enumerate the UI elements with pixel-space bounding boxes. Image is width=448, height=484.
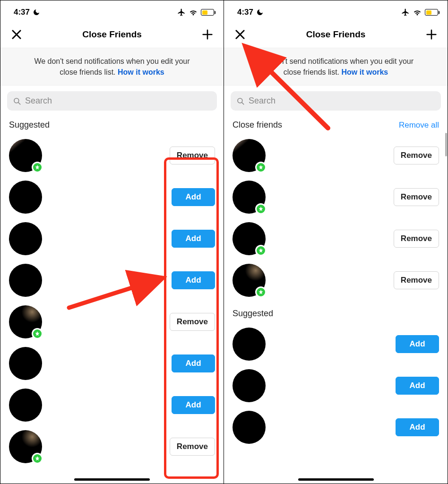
- search-icon: [13, 97, 21, 105]
- list-item: Add: [9, 176, 215, 218]
- how-it-works-link[interactable]: How it works: [118, 68, 164, 76]
- avatar[interactable]: [9, 305, 42, 338]
- status-time: 4:37: [237, 8, 253, 17]
- list-item: Add: [233, 323, 439, 365]
- suggested-list: Remove Add Add Add Remove Add: [0, 135, 224, 467]
- list-item: Remove: [233, 218, 439, 259]
- battery-icon: [425, 9, 438, 16]
- close-friend-star-badge: [32, 162, 43, 173]
- list-item: Add: [9, 384, 215, 426]
- remove-button[interactable]: Remove: [394, 230, 439, 248]
- banner-text-b: close friends list.: [284, 68, 342, 76]
- close-friend-star-badge: [255, 162, 267, 173]
- list-item: Add: [233, 406, 439, 448]
- remove-button[interactable]: Remove: [394, 271, 439, 289]
- list-item: Add: [233, 365, 439, 406]
- status-bar: 4:37: [0, 0, 224, 24]
- add-button[interactable]: Add: [396, 418, 439, 436]
- close-friend-star-badge: [255, 245, 267, 256]
- remove-button[interactable]: Remove: [170, 147, 215, 164]
- banner-text-a: We don't send notifications when you edi…: [34, 57, 190, 65]
- home-indicator: [298, 478, 374, 481]
- pane-right: 4:37 Close Friends: [224, 0, 448, 484]
- remove-button[interactable]: Remove: [170, 438, 215, 456]
- info-banner: We don't send notifications when you edi…: [0, 48, 224, 86]
- avatar[interactable]: [233, 222, 266, 255]
- avatar[interactable]: [9, 181, 42, 214]
- status-time: 4:37: [14, 8, 30, 17]
- avatar[interactable]: [233, 369, 266, 402]
- list-item: Add: [9, 218, 215, 259]
- search-input[interactable]: Search: [231, 91, 441, 111]
- add-button[interactable]: Add: [172, 188, 215, 206]
- page-title: Close Friends: [82, 29, 142, 40]
- add-button[interactable]: Add: [172, 230, 215, 248]
- wifi-icon: [189, 9, 198, 16]
- add-button[interactable]: Add: [396, 335, 439, 353]
- list-item: Remove: [9, 301, 215, 343]
- list-item: Add: [9, 343, 215, 384]
- avatar[interactable]: [9, 222, 42, 255]
- list-item: Remove: [233, 135, 439, 176]
- battery-icon: [201, 9, 214, 16]
- remove-all-button[interactable]: Remove all: [399, 121, 439, 130]
- close-friend-star-badge: [255, 203, 267, 215]
- list-item: Remove: [9, 426, 215, 467]
- how-it-works-link[interactable]: How it works: [342, 68, 388, 76]
- section-close-friends-title: Close friends: [233, 120, 282, 130]
- list-item: Remove: [233, 259, 439, 301]
- add-button[interactable]: Add: [172, 396, 215, 414]
- pane-left: 4:37 Close Friends: [0, 0, 224, 484]
- remove-button[interactable]: Remove: [170, 313, 215, 331]
- search-input[interactable]: Search: [7, 91, 217, 111]
- search-placeholder: Search: [249, 96, 276, 106]
- svg-point-1: [238, 98, 242, 103]
- section-suggested-title: Suggested: [9, 120, 50, 130]
- add-icon[interactable]: [201, 28, 214, 41]
- info-banner: We don't send notifications when you edi…: [224, 48, 448, 86]
- avatar[interactable]: [233, 139, 266, 172]
- list-item: Add: [9, 259, 215, 301]
- page-title: Close Friends: [306, 29, 366, 40]
- avatar[interactable]: [9, 389, 42, 422]
- add-button[interactable]: Add: [172, 271, 215, 289]
- dnd-moon-icon: [33, 9, 40, 16]
- avatar[interactable]: [9, 347, 42, 380]
- add-icon[interactable]: [425, 28, 438, 41]
- avatar[interactable]: [233, 411, 266, 444]
- dnd-moon-icon: [256, 9, 264, 16]
- section-suggested-title: Suggested: [233, 309, 273, 319]
- close-friend-star-badge: [255, 286, 267, 298]
- nav-header: Close Friends: [224, 24, 448, 48]
- home-indicator: [74, 478, 150, 481]
- add-button[interactable]: Add: [396, 377, 439, 395]
- banner-text-b: close friends list.: [60, 68, 118, 76]
- search-icon: [236, 97, 245, 105]
- close-friend-star-badge: [32, 328, 43, 339]
- status-bar: 4:37: [224, 0, 448, 24]
- avatar[interactable]: [233, 181, 266, 214]
- airplane-mode-icon: [177, 8, 186, 17]
- add-button[interactable]: Add: [172, 354, 215, 372]
- avatar[interactable]: [233, 264, 266, 297]
- remove-button[interactable]: Remove: [394, 188, 439, 206]
- wifi-icon: [413, 9, 422, 16]
- close-friend-star-badge: [32, 453, 43, 464]
- avatar[interactable]: [9, 264, 42, 297]
- list-item: Remove: [9, 135, 215, 176]
- airplane-mode-icon: [401, 8, 410, 17]
- avatar[interactable]: [233, 328, 266, 361]
- close-icon[interactable]: [233, 28, 247, 41]
- banner-text-a: We don't send notifications when you edi…: [258, 57, 414, 65]
- remove-button[interactable]: Remove: [394, 147, 439, 164]
- close-icon[interactable]: [10, 28, 23, 41]
- close-friends-list: Remove Remove Remove Remove: [224, 135, 448, 301]
- scrollbar[interactable]: [445, 133, 447, 156]
- search-placeholder: Search: [25, 96, 52, 106]
- nav-header: Close Friends: [0, 24, 224, 48]
- avatar[interactable]: [9, 430, 42, 463]
- list-item: Remove: [233, 176, 439, 218]
- avatar[interactable]: [9, 139, 42, 172]
- suggested-list: Add Add Add: [224, 323, 448, 448]
- svg-point-0: [14, 98, 19, 103]
